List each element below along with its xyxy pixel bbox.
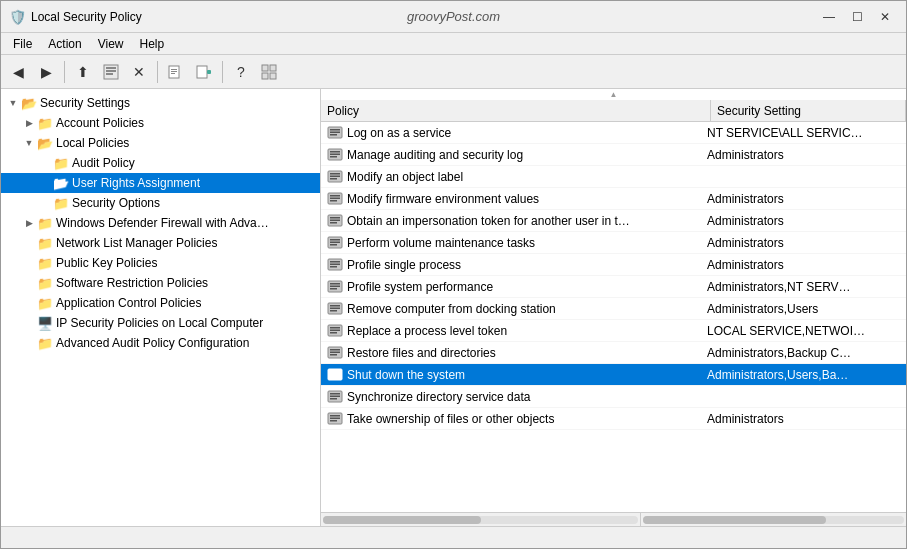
list-row[interactable]: Modify an object label — [321, 166, 906, 188]
toolbar-delete[interactable]: ✕ — [126, 59, 152, 85]
window-controls: — ☐ ✕ — [816, 6, 898, 28]
policy-row-icon — [325, 367, 345, 383]
svg-rect-17 — [330, 134, 337, 136]
svg-rect-2 — [106, 70, 116, 72]
export-icon — [168, 64, 184, 80]
list-hscroll-track — [643, 516, 904, 524]
list-row[interactable]: Log on as a serviceNT SERVICE\ALL SERVIC… — [321, 122, 906, 144]
row-policy-name: Synchronize directory service data — [347, 390, 707, 404]
sidebar-item-app-control[interactable]: Application Control Policies — [1, 293, 320, 313]
list-hscroll[interactable] — [641, 513, 906, 526]
list-row[interactable]: Perform volume maintenance tasksAdminist… — [321, 232, 906, 254]
policy-row-icon — [325, 235, 345, 251]
toolbar-forward[interactable]: ▶ — [33, 59, 59, 85]
svg-rect-64 — [330, 395, 340, 397]
svg-rect-15 — [330, 129, 340, 131]
list-row[interactable]: Remove computer from docking stationAdmi… — [321, 298, 906, 320]
list-row[interactable]: Shut down the systemAdministrators,Users… — [321, 364, 906, 386]
svg-rect-45 — [330, 288, 337, 290]
toolbar-help[interactable]: ? — [228, 59, 254, 85]
folder-icon-network — [37, 235, 53, 251]
list-row[interactable]: Modify firmware environment valuesAdmini… — [321, 188, 906, 210]
list-row[interactable]: Replace a process level tokenLOCAL SERVI… — [321, 320, 906, 342]
list-row[interactable]: Profile system performanceAdministrators… — [321, 276, 906, 298]
svg-rect-25 — [330, 178, 337, 180]
sidebar-item-advanced-audit[interactable]: Advanced Audit Policy Configuration — [1, 333, 320, 353]
sidebar-root-label: Security Settings — [40, 96, 130, 110]
sidebar-item-network-list[interactable]: Network List Manager Policies — [1, 233, 320, 253]
row-policy-name: Take ownership of files or other objects — [347, 412, 707, 426]
list-row[interactable]: Manage auditing and security logAdminist… — [321, 144, 906, 166]
toolbar-export[interactable] — [163, 59, 189, 85]
sidebar-label-account-policies: Account Policies — [56, 116, 144, 130]
list-row[interactable]: Restore files and directoriesAdministrat… — [321, 342, 906, 364]
menu-action[interactable]: Action — [40, 35, 89, 53]
folder-icon-security-options — [53, 195, 69, 211]
svg-rect-35 — [330, 239, 340, 241]
sidebar-label-network-list: Network List Manager Policies — [56, 236, 217, 250]
list-body: Log on as a serviceNT SERVICE\ALL SERVIC… — [321, 122, 906, 512]
list-row[interactable]: Obtain an impersonation token for anothe… — [321, 210, 906, 232]
folder-icon-advanced-audit — [37, 335, 53, 351]
sidebar: ▼ Security Settings ▶ Account Policies ▼… — [1, 89, 321, 526]
svg-rect-65 — [330, 398, 337, 400]
col-header-policy[interactable]: Policy — [321, 100, 711, 121]
folder-icon-app-control — [37, 295, 53, 311]
minimize-button[interactable]: — — [816, 6, 842, 28]
row-policy-name: Replace a process level token — [347, 324, 707, 338]
svg-rect-41 — [330, 266, 337, 268]
policy-row-icon — [325, 213, 345, 229]
col-header-setting[interactable]: Security Setting — [711, 100, 906, 121]
menu-help[interactable]: Help — [132, 35, 173, 53]
sidebar-item-account-policies[interactable]: ▶ Account Policies — [1, 113, 320, 133]
row-security-setting: Administrators — [707, 258, 906, 272]
svg-rect-68 — [330, 417, 340, 419]
list-row[interactable]: Profile single processAdministrators — [321, 254, 906, 276]
menu-view[interactable]: View — [90, 35, 132, 53]
svg-rect-36 — [330, 241, 340, 243]
sidebar-item-firewall[interactable]: ▶ Windows Defender Firewall with Adva… — [1, 213, 320, 233]
row-security-setting: LOCAL SERVICE,NETWOI… — [707, 324, 906, 338]
sidebar-item-root[interactable]: ▼ Security Settings — [1, 93, 320, 113]
svg-rect-51 — [330, 327, 340, 329]
properties-icon — [103, 64, 119, 80]
expander-root: ▼ — [5, 98, 21, 108]
sidebar-label-ip-security: IP Security Policies on Local Computer — [56, 316, 263, 330]
policy-row-icon — [325, 125, 345, 141]
sidebar-hscroll[interactable] — [321, 513, 641, 526]
svg-rect-52 — [330, 329, 340, 331]
list-row[interactable]: Take ownership of files or other objects… — [321, 408, 906, 430]
sidebar-item-local-policies[interactable]: ▼ Local Policies — [1, 133, 320, 153]
sidebar-hscroll-track — [323, 516, 638, 524]
import-icon — [196, 64, 212, 80]
list-hscroll-thumb — [643, 516, 826, 524]
sidebar-label-audit-policy: Audit Policy — [72, 156, 135, 170]
svg-rect-6 — [171, 71, 177, 72]
menu-file[interactable]: File — [5, 35, 40, 53]
sidebar-item-ip-security[interactable]: 🖥️ IP Security Policies on Local Compute… — [1, 313, 320, 333]
sidebar-item-user-rights[interactable]: User Rights Assignment — [1, 173, 320, 193]
close-button[interactable]: ✕ — [872, 6, 898, 28]
toolbar-properties[interactable] — [98, 59, 124, 85]
toolbar-view[interactable] — [256, 59, 282, 85]
sidebar-label-software-restriction: Software Restriction Policies — [56, 276, 208, 290]
toolbar-up[interactable]: ⬆ — [70, 59, 96, 85]
svg-rect-56 — [330, 351, 340, 353]
toolbar-back[interactable]: ◀ — [5, 59, 31, 85]
list-row[interactable]: Synchronize directory service data — [321, 386, 906, 408]
row-security-setting: Administrators,NT SERV… — [707, 280, 906, 294]
row-policy-name: Restore files and directories — [347, 346, 707, 360]
maximize-button[interactable]: ☐ — [844, 6, 870, 28]
app-icon: 🛡️ — [9, 9, 25, 25]
sidebar-item-software-restriction[interactable]: Software Restriction Policies — [1, 273, 320, 293]
toolbar-import[interactable] — [191, 59, 217, 85]
sidebar-label-security-options: Security Options — [72, 196, 160, 210]
svg-rect-57 — [330, 354, 337, 356]
row-policy-name: Manage auditing and security log — [347, 148, 707, 162]
sidebar-item-public-key[interactable]: Public Key Policies — [1, 253, 320, 273]
sidebar-item-security-options[interactable]: Security Options — [1, 193, 320, 213]
row-policy-name: Log on as a service — [347, 126, 707, 140]
expander-account-policies: ▶ — [21, 118, 37, 128]
sidebar-item-audit-policy[interactable]: Audit Policy — [1, 153, 320, 173]
svg-rect-44 — [330, 285, 340, 287]
